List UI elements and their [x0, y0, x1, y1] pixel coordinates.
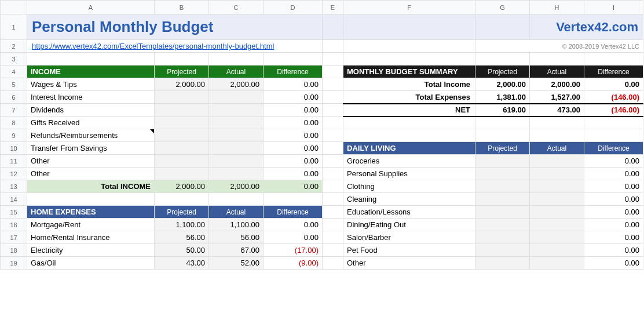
cell-actual[interactable] — [530, 193, 584, 206]
cell-actual[interactable] — [530, 219, 584, 231]
summary-projected[interactable]: 1,381.00 — [475, 91, 530, 104]
cell-actual[interactable]: 67.00 — [209, 244, 264, 257]
summary-actual[interactable]: 473.00 — [530, 104, 584, 117]
cell-difference[interactable]: 0.00 — [584, 244, 643, 257]
summary-difference[interactable]: 0.00 — [584, 78, 643, 91]
cell-projected[interactable] — [475, 180, 530, 193]
cell-projected[interactable] — [155, 104, 209, 117]
daily-item[interactable]: Clothing — [343, 180, 475, 193]
summary-label[interactable]: Total Income — [343, 78, 475, 91]
row-header-19[interactable]: 19 — [1, 257, 27, 270]
home-item[interactable]: Electricity — [27, 244, 155, 257]
summary-header-difference[interactable]: Difference — [584, 66, 643, 78]
row-header-18[interactable]: 18 — [1, 244, 27, 257]
home-header[interactable]: HOME EXPENSES — [27, 206, 155, 219]
daily-item[interactable]: Salon/Barber — [343, 231, 475, 244]
summary-projected[interactable]: 619.00 — [475, 104, 530, 117]
cell-actual[interactable] — [209, 129, 264, 142]
cell-projected[interactable] — [475, 155, 530, 168]
summary-label[interactable]: Total Expenses — [343, 91, 475, 104]
cell-actual[interactable]: 2,000.00 — [209, 78, 264, 91]
col-header-I[interactable]: I — [584, 1, 643, 14]
cell-difference[interactable]: 0.00 — [584, 155, 643, 168]
daily-item[interactable]: Groceries — [343, 155, 475, 168]
cell-actual[interactable] — [530, 257, 584, 270]
row-header-10[interactable]: 10 — [1, 142, 27, 155]
cell-projected[interactable]: 50.00 — [155, 244, 209, 257]
row-header-6[interactable]: 6 — [1, 91, 27, 104]
daily-item[interactable]: Dining/Eating Out — [343, 219, 475, 231]
row-header-2[interactable]: 2 — [1, 40, 27, 53]
home-header-actual[interactable]: Actual — [209, 206, 264, 219]
cell-actual[interactable] — [530, 206, 584, 219]
cell-actual[interactable] — [209, 155, 264, 168]
row-header-3[interactable]: 3 — [1, 53, 27, 66]
home-item[interactable]: Home/Rental Insurance — [27, 231, 155, 244]
income-item[interactable]: Transfer From Savings — [27, 142, 155, 155]
summary-header-projected[interactable]: Projected — [475, 66, 530, 78]
daily-item[interactable]: Cleaning — [343, 193, 475, 206]
cell-projected[interactable] — [155, 142, 209, 155]
daily-item[interactable]: Education/Lessons — [343, 206, 475, 219]
cell-difference[interactable]: 0.00 — [584, 206, 643, 219]
cell-projected[interactable] — [475, 219, 530, 231]
col-header-G[interactable]: G — [475, 1, 530, 14]
cell-difference[interactable]: 0.00 — [584, 193, 643, 206]
income-header-projected[interactable]: Projected — [155, 66, 209, 78]
income-total-projected[interactable]: 2,000.00 — [155, 180, 209, 193]
income-item[interactable]: Wages & Tips — [27, 78, 155, 91]
page-title[interactable]: Personal Monthly Budget — [27, 14, 323, 40]
income-item[interactable]: Other — [27, 155, 155, 168]
cell-projected[interactable] — [475, 206, 530, 219]
cell-actual[interactable] — [530, 180, 584, 193]
cell-projected[interactable] — [475, 257, 530, 270]
cell-difference[interactable]: 0.00 — [264, 117, 323, 129]
cell-projected[interactable] — [475, 168, 530, 180]
cell-difference[interactable]: 0.00 — [584, 180, 643, 193]
col-header-F[interactable]: F — [343, 1, 475, 14]
cell-actual[interactable] — [209, 168, 264, 180]
daily-item[interactable]: Personal Supplies — [343, 168, 475, 180]
summary-header[interactable]: MONTHLY BUDGET SUMMARY — [343, 66, 475, 78]
income-header-actual[interactable]: Actual — [209, 66, 264, 78]
income-total-difference[interactable]: 0.00 — [264, 180, 323, 193]
home-header-projected[interactable]: Projected — [155, 206, 209, 219]
row-header-8[interactable]: 8 — [1, 117, 27, 129]
col-header-A[interactable]: A — [27, 1, 155, 14]
cell-actual[interactable] — [209, 104, 264, 117]
summary-actual[interactable]: 2,000.00 — [530, 78, 584, 91]
cell-actual[interactable] — [530, 231, 584, 244]
cell-actual[interactable] — [530, 168, 584, 180]
cell-actual[interactable] — [530, 155, 584, 168]
daily-header-projected[interactable]: Projected — [475, 142, 530, 155]
cell-actual[interactable]: 52.00 — [209, 257, 264, 270]
col-header-E[interactable]: E — [323, 1, 343, 14]
daily-item[interactable]: Pet Food — [343, 244, 475, 257]
cell-projected[interactable] — [155, 155, 209, 168]
row-header-13[interactable]: 13 — [1, 180, 27, 193]
cell-difference[interactable]: 0.00 — [264, 231, 323, 244]
row-header-16[interactable]: 16 — [1, 219, 27, 231]
income-item[interactable]: Gifts Received — [27, 117, 155, 129]
cell-projected[interactable]: 2,000.00 — [155, 78, 209, 91]
cell-difference[interactable]: 0.00 — [264, 104, 323, 117]
col-header-H[interactable]: H — [530, 1, 584, 14]
cell-difference[interactable]: 0.00 — [264, 168, 323, 180]
cell-projected[interactable]: 56.00 — [155, 231, 209, 244]
income-item[interactable]: Other — [27, 168, 155, 180]
cell-projected[interactable] — [155, 91, 209, 104]
daily-header-actual[interactable]: Actual — [530, 142, 584, 155]
cell-difference[interactable]: 0.00 — [584, 219, 643, 231]
cell-difference[interactable]: 0.00 — [264, 142, 323, 155]
cell-projected[interactable] — [475, 193, 530, 206]
cell-difference[interactable]: (9.00) — [264, 257, 323, 270]
row-header-9[interactable]: 9 — [1, 129, 27, 142]
row-header-5[interactable]: 5 — [1, 78, 27, 91]
income-header-difference[interactable]: Difference — [264, 66, 323, 78]
home-item[interactable]: Gas/Oil — [27, 257, 155, 270]
summary-difference[interactable]: (146.00) — [584, 91, 643, 104]
cell-projected[interactable] — [475, 231, 530, 244]
summary-difference[interactable]: (146.00) — [584, 104, 643, 117]
income-item[interactable]: Refunds/Reimbursements — [27, 129, 155, 142]
cell-projected[interactable]: 43.00 — [155, 257, 209, 270]
